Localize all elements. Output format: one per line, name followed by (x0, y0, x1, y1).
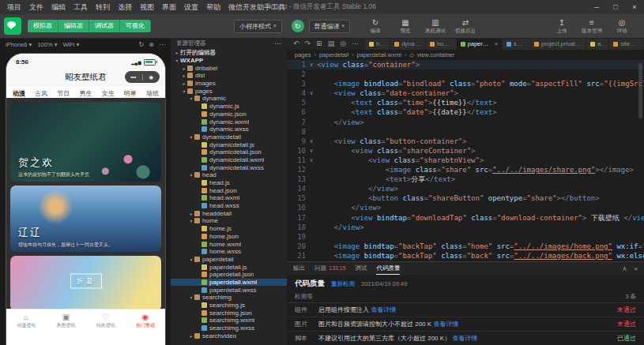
menu-item[interactable]: 转到 (92, 0, 114, 14)
tree-file[interactable]: dynamic.wxss (171, 126, 287, 133)
wallpaper-card[interactable]: 辽辽烦恼布袋与月俱长，愿得过卜一同在爱天头。 (10, 186, 161, 252)
split-editor-icon[interactable]: ⊞ (316, 38, 322, 50)
toolbar-toggle[interactable]: 调试器 (89, 20, 120, 32)
breadcrumb-item[interactable]: pages (295, 51, 311, 58)
category-tab[interactable]: 节日 (57, 89, 70, 98)
breadcrumb-item[interactable]: view.container (417, 51, 455, 58)
undo-icon[interactable]: ↶ (293, 38, 299, 50)
menu-item[interactable]: 视图 (136, 0, 158, 14)
panel-tab[interactable]: 输出 (293, 262, 305, 275)
tree-file[interactable]: paperdetail.js (171, 263, 287, 271)
device-select[interactable]: iPhone6 ▾ (6, 41, 32, 48)
exit-button[interactable]: ◉ (143, 71, 160, 83)
category-tab[interactable]: 动漫 (13, 89, 25, 98)
panel-tab[interactable]: 代码质量 (376, 262, 400, 275)
panel-tab[interactable]: 调试 (355, 262, 367, 275)
menu-item[interactable]: 项目 (3, 0, 25, 14)
search-icon[interactable]: ◎ (340, 38, 346, 50)
tabbar-item[interactable]: ♡特效壁纸 (86, 309, 126, 333)
tabbar-item[interactable]: ▣美图壁纸 (46, 309, 85, 333)
tree-folder[interactable]: ▸searchvideo (171, 332, 287, 339)
editor-tab[interactable]: head.js (365, 38, 390, 50)
toolbar-action[interactable]: ⇄切换后台 (451, 18, 480, 35)
refresh-link[interactable]: 重新检测 (331, 280, 355, 288)
tree-file[interactable]: home.wxml (171, 240, 287, 248)
editor-tab[interactable]: app.js (586, 38, 609, 50)
editor-tab[interactable]: set.wxss (503, 38, 530, 50)
tabbar-item[interactable]: ⌂动漫壁纸 (6, 309, 46, 333)
tree-file[interactable]: head.json (171, 186, 287, 194)
category-tab[interactable]: 古风 (35, 89, 47, 98)
tree-file[interactable]: dynamic.json (171, 111, 287, 118)
editor-tab[interactable]: home.json (426, 38, 457, 50)
code-editor[interactable]: 1∨<view class="container">23 <image bind… (287, 60, 644, 261)
tabbar-item[interactable]: ◉热门重磅 (126, 309, 165, 333)
editor-tab[interactable]: sitemap.json (609, 38, 644, 50)
toolbar-toggle[interactable]: 模拟器 (28, 20, 58, 32)
close-tab-icon[interactable]: × (495, 41, 498, 47)
wallpaper-card[interactable]: 贺之欢运来的就怕拖不了怕翻跟头向开赏 (10, 102, 161, 182)
toolbar-action[interactable]: ↻编译 (361, 18, 390, 35)
tree-file[interactable]: home.json (171, 233, 287, 241)
breadcrumb-item[interactable]: paperdetail (319, 51, 348, 58)
more-button[interactable]: ••• (125, 71, 142, 83)
tree-folder[interactable]: ▾head (171, 171, 287, 179)
tree-file[interactable]: searchimg.json (171, 309, 287, 317)
tree-file[interactable]: paperdetail.json (171, 271, 287, 279)
toolbar-action[interactable]: ▦预览 (391, 18, 420, 35)
menu-item[interactable]: 文件 (25, 0, 47, 14)
category-tab[interactable]: 女生 (102, 89, 115, 98)
collapse-panel-icon[interactable]: ∧ (622, 265, 627, 272)
menu-item[interactable]: 选择 (114, 0, 136, 14)
more-icon[interactable]: ⋯ (159, 41, 165, 48)
tree-file[interactable]: head.wxml (171, 194, 287, 202)
rotate-icon[interactable]: ↻ (139, 41, 145, 48)
tree-folder[interactable]: ▾dynamic (171, 95, 287, 103)
tree-file[interactable]: head.js (171, 179, 287, 187)
menu-item[interactable]: 编辑 (47, 0, 70, 14)
category-tab[interactable]: 男生 (79, 89, 92, 98)
compile-button[interactable]: ↻ (292, 20, 304, 32)
tree-folder[interactable]: ▾pages (171, 87, 287, 95)
tree-file[interactable]: searchimg.wxml (171, 317, 287, 324)
tree-file[interactable]: dynamic.wxml (171, 118, 287, 126)
tree-file[interactable]: dynamicdetail.json (171, 148, 287, 156)
toolbar-action[interactable]: ↥上传 (548, 18, 576, 35)
close-button[interactable]: × (625, 0, 644, 14)
minimize-button[interactable]: ─ (587, 0, 606, 14)
breadcrumb-item[interactable]: paperdetail.wxml (357, 51, 401, 58)
toolbar-action[interactable]: ≡版本管理 (578, 18, 606, 35)
compile-mode-select[interactable]: 普通编译 ▾ (309, 20, 351, 33)
tree-file[interactable]: paperdetail.wxss (171, 286, 287, 294)
detail-link[interactable]: 查看详情 (452, 335, 477, 342)
tree-folder[interactable]: ▾searchimg (171, 294, 287, 302)
menu-item[interactable]: 微信开发助手工具 (224, 0, 289, 14)
tree-folder[interactable]: ▾WXAPP (171, 57, 287, 65)
category-tab[interactable]: 墙纸 (146, 89, 159, 98)
network-select[interactable]: WiFi ▾ (62, 41, 79, 48)
tree-file[interactable]: paperdetail.wxml (171, 279, 287, 287)
detail-link[interactable]: 查看详情 (433, 321, 458, 328)
close-panel-icon[interactable]: × (634, 265, 638, 272)
tree-file[interactable]: dynamic.js (171, 103, 287, 111)
tree-file[interactable]: dynamicdetail.js (171, 141, 287, 148)
tree-file[interactable]: searchimg.js (171, 302, 287, 309)
redo-icon[interactable]: ↷ (305, 38, 311, 50)
tree-file[interactable]: dynamicdetail.wxss (171, 163, 287, 171)
tree-file[interactable]: searchimg.wxss (171, 324, 287, 332)
more-icon[interactable]: ⋯ (352, 38, 359, 50)
toolbar-toggle[interactable]: 编辑器 (58, 20, 89, 32)
tree-folder[interactable]: ▾dynamicdetail (171, 133, 287, 141)
tree-folder[interactable]: ▾paperdetail (171, 256, 287, 264)
category-tab[interactable]: 明星 (124, 89, 137, 98)
panel-tab[interactable]: 问题133,15 (314, 262, 345, 275)
editor-tab[interactable]: dynamic.json (390, 38, 426, 50)
tree-file[interactable]: head.wxss (171, 202, 287, 210)
layout-icon[interactable]: ▤ (328, 38, 335, 50)
wallpaper-card[interactable]: 折暑 (10, 256, 161, 309)
toolbar-toggle[interactable]: 可视化 (120, 20, 151, 32)
menu-item[interactable]: 工具 (70, 0, 92, 14)
tree-file[interactable]: home.wxss (171, 248, 287, 256)
tree-folder[interactable]: ▸dribabel (171, 64, 287, 72)
toolbar-action[interactable]: ▥真机调试 (421, 18, 450, 35)
